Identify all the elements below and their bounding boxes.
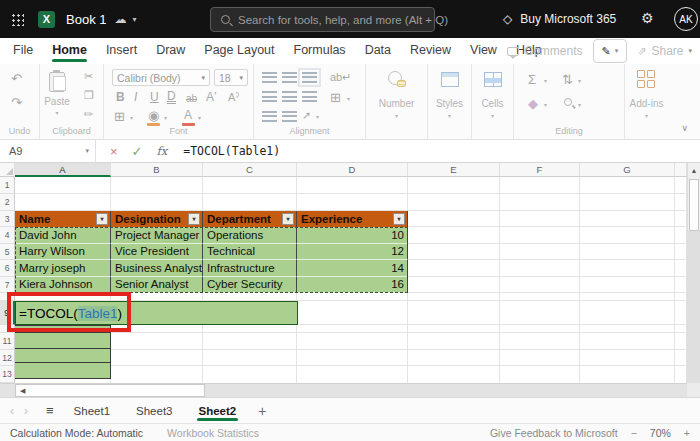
row-header-9[interactable]: 9 bbox=[0, 301, 15, 325]
vertical-scroll-track[interactable] bbox=[688, 231, 700, 383]
excel-logo-icon[interactable]: X bbox=[38, 11, 55, 28]
table-header-designation[interactable]: Designation▾ bbox=[111, 211, 203, 227]
shrink-font-button[interactable]: Aˀ bbox=[228, 91, 239, 104]
chevron-down-icon[interactable]: ▾ bbox=[544, 77, 547, 84]
table-cell[interactable]: Infrastructure bbox=[203, 260, 297, 277]
app-launcher-icon[interactable] bbox=[11, 13, 24, 26]
double-underline-button[interactable]: D bbox=[167, 91, 176, 104]
cut-icon[interactable]: ✂ bbox=[84, 70, 93, 83]
row-header-5[interactable]: 5 bbox=[0, 244, 15, 260]
table-header-department[interactable]: Department▾ bbox=[203, 211, 297, 227]
italic-button[interactable]: I bbox=[134, 91, 137, 104]
document-title[interactable]: Book 1 bbox=[66, 12, 106, 27]
table-cell[interactable]: Technical bbox=[203, 244, 297, 260]
column-header-partial[interactable] bbox=[675, 163, 687, 177]
row-header-6[interactable]: 6 bbox=[0, 260, 15, 277]
chevron-down-icon[interactable]: ▾ bbox=[578, 101, 581, 108]
chevron-down-icon[interactable]: ▾ bbox=[544, 101, 547, 108]
search-input[interactable]: Search for tools, help, and more (Alt + … bbox=[210, 7, 435, 32]
row-header-13[interactable]: 13 bbox=[0, 366, 15, 383]
align-top-button[interactable] bbox=[262, 72, 277, 83]
editing-mode-button[interactable]: ✎ ▾ bbox=[593, 39, 628, 63]
next-sheet-icon[interactable]: › bbox=[24, 404, 28, 418]
prev-sheet-icon[interactable]: ‹ bbox=[10, 404, 14, 418]
font-size-select[interactable]: 18 ▾ bbox=[214, 69, 248, 86]
workbook-statistics-button[interactable]: Workbook Statistics bbox=[167, 427, 259, 439]
zoom-level[interactable]: 70% bbox=[650, 427, 671, 439]
buy-microsoft-365-button[interactable]: ◇ Buy Microsoft 365 bbox=[503, 0, 616, 38]
sort-filter-icon[interactable]: ⇅ bbox=[562, 73, 573, 86]
vertical-scrollbar[interactable]: ▲ bbox=[687, 163, 700, 397]
row-header-12[interactable]: 12 bbox=[0, 350, 15, 366]
addins-button[interactable]: Add-ins bbox=[625, 98, 668, 109]
paste-button[interactable]: Paste bbox=[40, 96, 74, 107]
menu-item-data[interactable]: Data bbox=[365, 39, 391, 63]
column-header-a[interactable]: A bbox=[15, 163, 111, 177]
row-header-11[interactable]: 11 bbox=[0, 333, 15, 350]
green-cell[interactable] bbox=[15, 332, 110, 348]
table-cell[interactable]: Vice President bbox=[111, 244, 203, 260]
paste-icon[interactable] bbox=[49, 72, 65, 92]
table-cell[interactable]: Business Analyst bbox=[111, 260, 203, 277]
increase-indent-button[interactable] bbox=[282, 111, 297, 122]
scroll-left-icon[interactable]: ◀ bbox=[20, 387, 25, 395]
column-header-e[interactable]: E bbox=[408, 163, 500, 177]
chevron-down-icon[interactable]: ▾ bbox=[347, 95, 350, 102]
active-cell-formula[interactable]: =TOCOL(Table1) bbox=[15, 301, 298, 325]
table-cell[interactable]: 12 bbox=[297, 244, 408, 260]
table-cell[interactable]: 10 bbox=[297, 227, 408, 244]
filter-button-designation[interactable]: ▾ bbox=[188, 213, 200, 225]
filter-button-name[interactable]: ▾ bbox=[96, 213, 108, 225]
row-header-10[interactable] bbox=[0, 325, 15, 333]
align-middle-button[interactable] bbox=[282, 72, 297, 83]
collapse-ribbon-icon[interactable]: ∨ bbox=[681, 123, 688, 133]
table-cell[interactable]: 14 bbox=[297, 260, 408, 277]
sheet-list-menu-icon[interactable]: ≡ bbox=[46, 403, 54, 418]
filter-button-department[interactable]: ▾ bbox=[282, 213, 294, 225]
table-cell[interactable]: Cyber Security bbox=[203, 277, 297, 293]
menu-item-page-layout[interactable]: Page Layout bbox=[204, 39, 274, 63]
copy-icon[interactable]: ❐ bbox=[84, 89, 94, 102]
orientation-button[interactable]: ➚ bbox=[302, 109, 311, 122]
chevron-down-icon[interactable]: ▾ bbox=[578, 77, 581, 84]
merge-center-button[interactable]: ⊞ bbox=[330, 91, 341, 104]
menu-item-home[interactable]: Home bbox=[52, 39, 87, 63]
zoom-in-button[interactable]: + bbox=[684, 427, 690, 439]
account-avatar[interactable]: AK bbox=[674, 7, 698, 31]
table-cell[interactable]: Harry Wilson bbox=[15, 244, 111, 260]
green-cell[interactable] bbox=[15, 325, 110, 332]
sheet-tab-sheet3[interactable]: Sheet3 bbox=[136, 398, 172, 423]
insert-function-button[interactable]: fx bbox=[157, 144, 168, 158]
align-bottom-button[interactable] bbox=[302, 72, 317, 83]
horizontal-scroll-thumb[interactable]: ◀ bbox=[15, 384, 205, 397]
wrap-text-button[interactable]: ab↵ bbox=[330, 71, 351, 84]
table-cell[interactable]: Operations bbox=[203, 227, 297, 244]
formula-bar-input[interactable]: =TOCOL(Table1) bbox=[183, 144, 280, 158]
row-header-7[interactable]: 7 bbox=[0, 277, 15, 293]
row-header-3[interactable]: 3 bbox=[0, 211, 15, 227]
add-sheet-button[interactable]: + bbox=[258, 403, 266, 419]
chevron-down-icon[interactable]: ▾ bbox=[366, 112, 427, 119]
menu-item-formulas[interactable]: Formulas bbox=[294, 39, 346, 63]
row-header-1[interactable]: 1 bbox=[0, 177, 15, 194]
chevron-down-icon[interactable]: ▾ bbox=[625, 112, 668, 119]
column-header-b[interactable]: B bbox=[111, 163, 203, 177]
column-header-g[interactable]: G bbox=[580, 163, 675, 177]
font-name-select[interactable]: Calibri (Body) ▾ bbox=[112, 69, 210, 86]
borders-button[interactable]: ⊞ bbox=[114, 110, 125, 123]
column-header-d[interactable]: D bbox=[297, 163, 408, 177]
fill-color-button[interactable]: ◉ bbox=[148, 109, 159, 122]
share-button[interactable]: ⇗ Share ▾ bbox=[637, 44, 692, 58]
confirm-entry-button[interactable]: ✓ bbox=[132, 144, 143, 159]
comments-button[interactable]: Comments bbox=[507, 44, 582, 58]
feedback-link[interactable]: Give Feedback to Microsoft bbox=[490, 427, 618, 439]
redo-icon[interactable]: ↷ bbox=[11, 96, 22, 109]
table-cell[interactable]: Kiera Johnson bbox=[15, 277, 111, 293]
row-header-8[interactable] bbox=[0, 293, 15, 301]
chevron-down-icon[interactable]: ▾ bbox=[130, 114, 133, 121]
bold-button[interactable]: B bbox=[116, 91, 125, 104]
green-fill-cells[interactable] bbox=[15, 325, 111, 379]
zoom-out-button[interactable]: − bbox=[631, 427, 637, 439]
decrease-indent-button[interactable] bbox=[262, 111, 277, 122]
table-cell[interactable]: Senior Analyst bbox=[111, 277, 203, 293]
